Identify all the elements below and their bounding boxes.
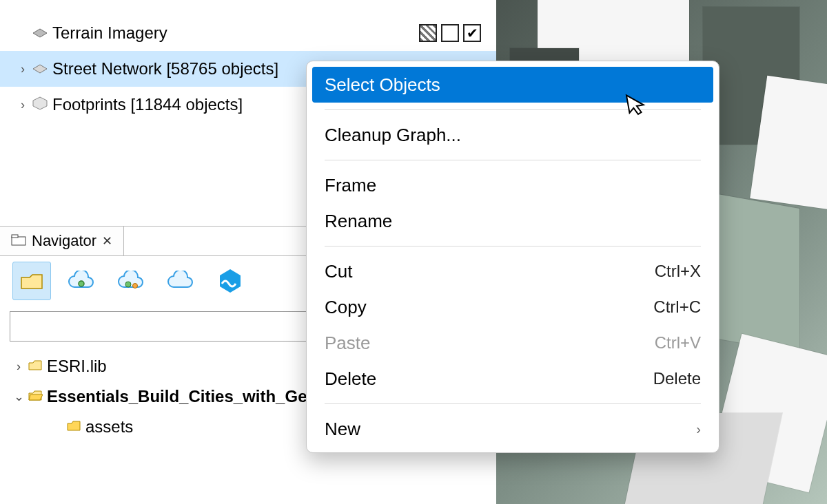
svg-rect-4 — [12, 235, 18, 238]
layer-checks: ✔ — [419, 24, 481, 42]
menu-label: Paste — [325, 333, 655, 354]
svg-point-8 — [133, 284, 138, 288]
svg-marker-15 — [68, 421, 80, 430]
close-icon[interactable]: ✕ — [102, 233, 112, 249]
svg-rect-3 — [12, 237, 25, 245]
menu-item-paste: Paste Ctrl+V — [307, 325, 719, 361]
menu-label: Select Objects — [325, 74, 701, 96]
folder-icon — [26, 359, 44, 375]
menu-item-cut[interactable]: Cut Ctrl+X — [307, 253, 719, 289]
visibility-check-2[interactable] — [441, 24, 459, 42]
svg-marker-14 — [29, 395, 43, 400]
layer-label: Terrain Imagery — [52, 23, 419, 43]
menu-item-new[interactable]: New › — [307, 411, 719, 447]
folder-icon — [11, 232, 26, 250]
menu-shortcut: Ctrl+X — [655, 262, 701, 281]
toolbar-cloud-button[interactable] — [161, 262, 200, 300]
svg-marker-0 — [33, 29, 47, 37]
svg-point-6 — [79, 281, 84, 286]
menu-label: Delete — [325, 368, 653, 390]
menu-shortcut: Ctrl+C — [653, 297, 701, 317]
svg-marker-1 — [33, 65, 47, 73]
layer-icon — [30, 23, 50, 43]
layer-row-terrain-imagery[interactable]: › Terrain Imagery ✔ — [0, 15, 496, 51]
expander-icon[interactable]: › — [11, 359, 26, 374]
menu-item-cleanup-graph[interactable]: Cleanup Graph... — [307, 117, 719, 153]
svg-marker-12 — [29, 361, 41, 370]
menu-label: Cleanup Graph... — [325, 125, 701, 146]
menu-separator — [325, 109, 701, 110]
svg-marker-2 — [33, 97, 47, 109]
chevron-right-icon: › — [696, 421, 701, 437]
toolbar-hex-button[interactable] — [211, 262, 249, 300]
visibility-check-3[interactable]: ✔ — [463, 24, 481, 42]
folder-icon — [65, 419, 83, 435]
menu-separator — [325, 160, 701, 160]
menu-item-frame[interactable]: Frame — [307, 167, 719, 203]
context-menu: Select Objects Cleanup Graph... Frame Re… — [306, 61, 719, 453]
menu-shortcut: Ctrl+V — [655, 333, 701, 353]
menu-item-rename[interactable]: Rename — [307, 203, 719, 239]
expander-icon[interactable]: › — [15, 62, 30, 76]
nav-item-label: ESRI.lib — [47, 357, 107, 376]
layer-icon — [30, 59, 50, 78]
menu-item-delete[interactable]: Delete Delete — [307, 361, 719, 397]
menu-label: Frame — [325, 175, 701, 196]
menu-label: Rename — [325, 211, 701, 232]
svg-point-7 — [125, 282, 131, 287]
menu-item-copy[interactable]: Copy Ctrl+C — [307, 289, 719, 325]
layer-icon — [30, 95, 50, 114]
menu-separator — [325, 403, 701, 404]
menu-item-select-objects[interactable]: Select Objects — [312, 67, 713, 103]
toolbar-local-button[interactable] — [12, 262, 51, 300]
nav-item-label: assets — [85, 417, 133, 437]
toolbar-cloud-user-button[interactable] — [62, 262, 101, 300]
menu-label: Copy — [325, 297, 653, 318]
tab-title: Navigator — [32, 232, 96, 250]
menu-shortcut: Delete — [653, 369, 701, 388]
expander-icon[interactable]: ⌄ — [11, 389, 26, 404]
expander-icon[interactable]: › — [15, 98, 30, 112]
menu-label: New — [325, 419, 696, 440]
toolbar-cloud-group-button[interactable] — [112, 262, 150, 300]
svg-marker-5 — [21, 275, 42, 288]
folder-open-icon — [26, 389, 44, 405]
menu-label: Cut — [325, 261, 655, 282]
visibility-check-1[interactable] — [419, 24, 437, 42]
menu-separator — [325, 246, 701, 246]
navigator-tab[interactable]: Navigator ✕ — [0, 227, 124, 255]
